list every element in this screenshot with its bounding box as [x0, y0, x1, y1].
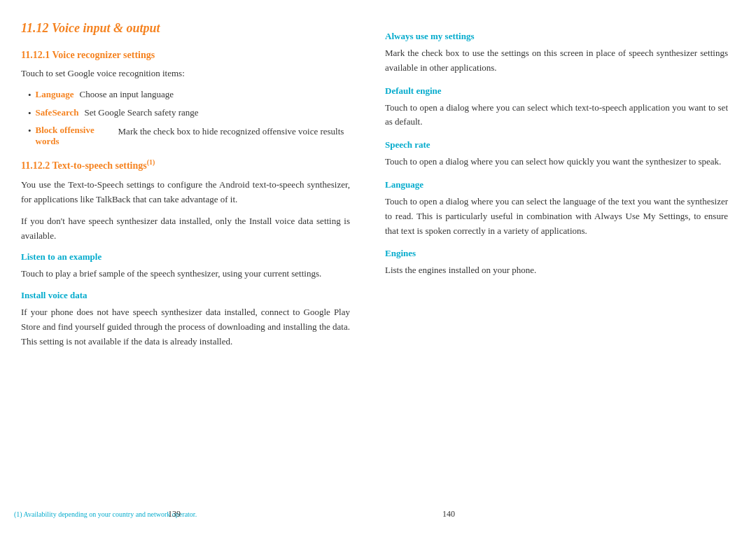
safesearch-label: SafeSearch [36, 106, 79, 120]
left-column: 11.12 Voice input & output 11.12.1 Voice… [14, 21, 371, 523]
section-1122-para2: If you don't have speech synthesizer dat… [21, 214, 350, 244]
offensive-label-line2: words [36, 136, 113, 147]
install-text: If your phone does not have speech synth… [21, 305, 350, 349]
section-1122-title: 11.12.2 Text-to-speech settings(1) [21, 158, 350, 172]
bullet-dot: • [28, 106, 31, 120]
offensive-bullet-content: Block offensive words Mark the check box… [36, 125, 344, 147]
listen-title: Listen to an example [21, 251, 350, 263]
footnote-text: (1) Availability depending on your count… [14, 509, 350, 519]
language-right-text: Touch to open a dialog where you can sel… [385, 195, 728, 238]
engines-title: Engines [385, 248, 728, 259]
bullet-dot: • [28, 88, 31, 102]
always-use-title: Always use my settings [385, 31, 728, 42]
offensive-label-line1: Block offensive [36, 125, 113, 136]
listen-text: Touch to play a brief sample of the spee… [21, 267, 350, 281]
default-engine-text: Touch to open a dialog where you can sel… [385, 101, 728, 130]
install-title: Install voice data [21, 290, 350, 301]
section-1122: 11.12.2 Text-to-speech settings(1) You u… [21, 158, 350, 349]
list-item: • Language Choose an input language [28, 88, 350, 102]
right-column: Always use my settings Mark the check bo… [371, 21, 728, 523]
default-engine-title: Default engine [385, 85, 728, 97]
language-label: Language [36, 88, 74, 102]
footnote-area: (1) Availability depending on your count… [14, 509, 350, 519]
engines-text: Lists the engines installed on your phon… [385, 263, 728, 278]
speech-rate-text: Touch to open a dialog where you can sel… [385, 155, 728, 169]
language-text: Choose an input language [79, 88, 174, 102]
list-item: • SafeSearch Set Google Search safety ra… [28, 106, 350, 120]
language-right-title: Language [385, 179, 728, 190]
section-1121-intro: Touch to set Google voice recognition it… [21, 67, 350, 81]
section-1122-para1: You use the Text-to-Speech settings to c… [21, 178, 350, 207]
always-use-text: Mark the check box to use the settings o… [385, 46, 728, 76]
page-number-left: 139 [168, 509, 181, 519]
bullet-list: • Language Choose an input language • Sa… [28, 88, 350, 147]
right-subsections: Always use my settings Mark the check bo… [385, 31, 728, 278]
speech-rate-title: Speech rate [385, 139, 728, 151]
list-item: • Block offensive words Mark the check b… [28, 125, 350, 147]
offensive-label-col: Block offensive words [36, 125, 113, 147]
chapter-title: 11.12 Voice input & output [21, 21, 350, 36]
offensive-text: Mark the check box to hide recognized of… [118, 125, 344, 139]
page-number-right: 140 [442, 509, 455, 519]
safesearch-text: Set Google Search safety range [84, 106, 198, 120]
bullet-dot: • [28, 125, 31, 137]
section-1121-title: 11.12.1 Voice recognizer settings [21, 50, 350, 61]
